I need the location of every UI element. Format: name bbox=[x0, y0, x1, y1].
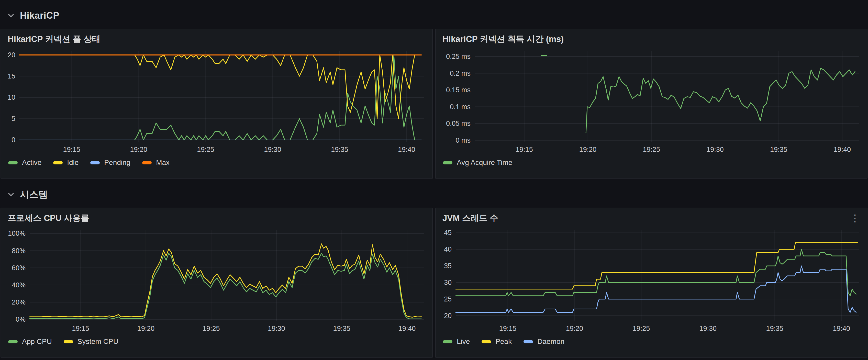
svg-text:19:35: 19:35 bbox=[331, 146, 348, 154]
svg-text:19:15: 19:15 bbox=[72, 325, 89, 332]
legend-label: Avg Acquire Time bbox=[457, 159, 512, 167]
legend-item[interactable]: Live bbox=[443, 337, 470, 346]
section-title: HikariCP bbox=[20, 10, 59, 21]
svg-text:35: 35 bbox=[444, 262, 452, 270]
svg-text:0.2 ms: 0.2 ms bbox=[450, 70, 471, 77]
svg-text:19:20: 19:20 bbox=[130, 146, 147, 154]
svg-text:19:30: 19:30 bbox=[264, 146, 281, 154]
svg-text:19:15: 19:15 bbox=[499, 325, 517, 332]
svg-text:19:35: 19:35 bbox=[770, 146, 787, 154]
svg-text:45: 45 bbox=[444, 229, 452, 236]
panel-title: HikariCP 커넥션 획득 시간 (ms) bbox=[442, 33, 564, 45]
svg-text:19:30: 19:30 bbox=[706, 146, 724, 154]
legend-color-swatch bbox=[90, 161, 100, 164]
svg-text:20: 20 bbox=[444, 312, 452, 320]
svg-text:10: 10 bbox=[8, 94, 16, 101]
legend-item[interactable]: Peak bbox=[482, 337, 512, 346]
svg-text:0.25 ms: 0.25 ms bbox=[446, 53, 471, 60]
legend-label: Max bbox=[156, 159, 169, 167]
panel-header[interactable]: HikariCP 커넥션 풀 상태 bbox=[1, 29, 432, 47]
legend-label: Idle bbox=[67, 159, 79, 167]
legend-label: Live bbox=[457, 337, 470, 346]
svg-text:19:40: 19:40 bbox=[398, 146, 415, 154]
timeseries-chart[interactable]: 0 ms0.05 ms0.1 ms0.15 ms0.2 ms0.25 ms19:… bbox=[436, 47, 867, 155]
svg-text:5: 5 bbox=[11, 115, 16, 123]
svg-text:60%: 60% bbox=[12, 264, 26, 272]
legend-item[interactable]: Max bbox=[142, 159, 169, 167]
legend-color-swatch bbox=[8, 340, 18, 343]
svg-text:20%: 20% bbox=[12, 298, 26, 306]
panel-hikaricp-acquire-time: HikariCP 커넥션 획득 시간 (ms) 0 ms0.05 ms0.1 m… bbox=[435, 29, 867, 179]
svg-text:19:30: 19:30 bbox=[700, 325, 717, 332]
panel-header[interactable]: JVM 스레드 수 ⋮ bbox=[436, 208, 867, 226]
section-title: 시스템 bbox=[20, 189, 48, 201]
svg-text:19:30: 19:30 bbox=[268, 325, 285, 332]
panel-header[interactable]: HikariCP 커넥션 획득 시간 (ms) bbox=[436, 29, 867, 47]
legend-color-swatch bbox=[142, 161, 152, 164]
panel-jvm-threads: JVM 스레드 수 ⋮ 20253035404519:1519:2019:251… bbox=[435, 207, 867, 358]
chart-legend: ActiveIdlePendingMax bbox=[1, 155, 432, 178]
legend-color-swatch bbox=[8, 161, 18, 164]
svg-text:19:40: 19:40 bbox=[399, 325, 416, 332]
chevron-down-icon[interactable] bbox=[8, 192, 14, 197]
svg-text:19:35: 19:35 bbox=[766, 325, 783, 332]
legend-label: System CPU bbox=[78, 337, 118, 346]
chart-legend: App CPUSystem CPU bbox=[1, 334, 432, 357]
svg-text:30: 30 bbox=[444, 279, 452, 286]
legend-item[interactable]: Active bbox=[8, 159, 41, 167]
plot-area: 0510152019:1519:2019:2519:3019:3519:40 bbox=[1, 47, 432, 155]
svg-text:0: 0 bbox=[11, 136, 16, 144]
svg-text:19:20: 19:20 bbox=[137, 325, 155, 332]
plot-area: 0 ms0.05 ms0.1 ms0.15 ms0.2 ms0.25 ms19:… bbox=[436, 47, 867, 155]
timeseries-chart[interactable]: 20253035404519:1519:2019:2519:3019:3519:… bbox=[436, 226, 867, 334]
svg-text:19:15: 19:15 bbox=[516, 146, 533, 154]
svg-text:19:20: 19:20 bbox=[579, 146, 597, 154]
legend-color-swatch bbox=[482, 340, 491, 343]
timeseries-chart[interactable]: 0510152019:1519:2019:2519:3019:3519:40 bbox=[1, 47, 432, 155]
legend-item[interactable]: Avg Acquire Time bbox=[443, 159, 512, 167]
section-header-hikaricp[interactable]: HikariCP bbox=[0, 0, 868, 29]
svg-text:19:35: 19:35 bbox=[333, 325, 351, 332]
svg-text:100%: 100% bbox=[8, 230, 26, 237]
legend-item[interactable]: Idle bbox=[53, 159, 79, 167]
svg-text:25: 25 bbox=[444, 295, 452, 303]
svg-text:19:25: 19:25 bbox=[197, 146, 214, 154]
legend-item[interactable]: Daemon bbox=[524, 337, 564, 346]
svg-text:19:40: 19:40 bbox=[834, 146, 851, 154]
row-hikaricp: HikariCP 커넥션 풀 상태 0510152019:1519:2019:2… bbox=[0, 29, 868, 179]
svg-text:19:40: 19:40 bbox=[833, 325, 850, 332]
legend-item[interactable]: Pending bbox=[90, 159, 130, 167]
svg-text:19:25: 19:25 bbox=[643, 146, 660, 154]
legend-color-swatch bbox=[443, 161, 453, 164]
svg-text:19:25: 19:25 bbox=[203, 325, 220, 332]
panel-title: JVM 스레드 수 bbox=[442, 212, 498, 224]
svg-text:0.15 ms: 0.15 ms bbox=[446, 86, 471, 94]
panel-title: HikariCP 커넥션 풀 상태 bbox=[8, 33, 100, 45]
legend-color-swatch bbox=[443, 340, 453, 343]
legend-label: Daemon bbox=[537, 337, 564, 346]
panel-process-cpu: 프로세스 CPU 사용률 0%20%40%60%80%100%19:1519:2… bbox=[1, 207, 433, 358]
legend-item[interactable]: System CPU bbox=[64, 337, 118, 346]
svg-text:0.1 ms: 0.1 ms bbox=[450, 103, 471, 111]
svg-text:19:25: 19:25 bbox=[633, 325, 650, 332]
legend-label: Pending bbox=[104, 159, 130, 167]
chart-legend: LivePeakDaemon bbox=[436, 334, 867, 357]
svg-text:40%: 40% bbox=[12, 281, 26, 289]
kebab-menu-icon[interactable]: ⋮ bbox=[848, 213, 861, 223]
section-header-system[interactable]: 시스템 bbox=[0, 179, 868, 207]
row-system: 프로세스 CPU 사용률 0%20%40%60%80%100%19:1519:2… bbox=[0, 207, 868, 358]
svg-text:20: 20 bbox=[8, 51, 16, 59]
timeseries-chart[interactable]: 0%20%40%60%80%100%19:1519:2019:2519:3019… bbox=[1, 226, 432, 334]
chevron-down-icon[interactable] bbox=[8, 13, 14, 18]
legend-item[interactable]: App CPU bbox=[8, 337, 52, 346]
plot-area: 0%20%40%60%80%100%19:1519:2019:2519:3019… bbox=[1, 226, 432, 334]
panel-header[interactable]: 프로세스 CPU 사용률 bbox=[1, 208, 432, 226]
plot-area: 20253035404519:1519:2019:2519:3019:3519:… bbox=[436, 226, 867, 334]
legend-label: App CPU bbox=[22, 337, 52, 346]
svg-text:0%: 0% bbox=[16, 316, 26, 323]
svg-text:19:15: 19:15 bbox=[63, 146, 81, 154]
svg-text:0.05 ms: 0.05 ms bbox=[446, 120, 471, 127]
legend-label: Active bbox=[22, 159, 41, 167]
legend-color-swatch bbox=[524, 340, 533, 343]
svg-text:80%: 80% bbox=[12, 247, 26, 255]
